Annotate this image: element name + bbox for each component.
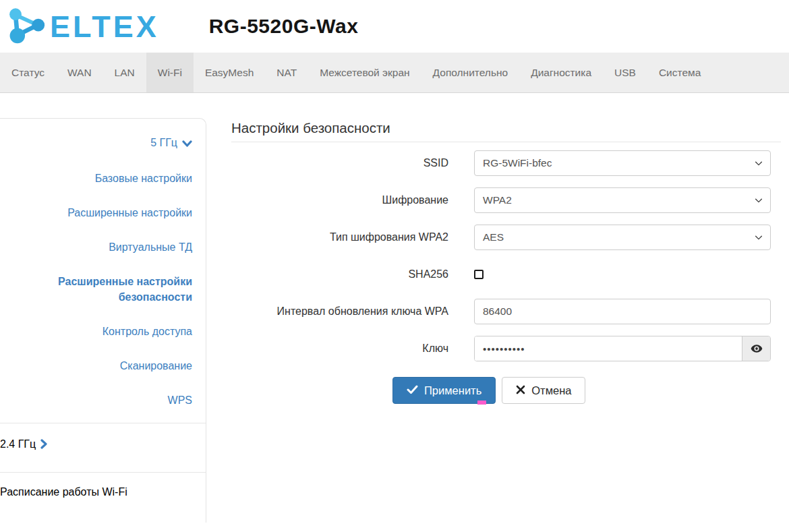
close-icon: [516, 384, 525, 397]
wpa2-cipher-select[interactable]: AES: [474, 225, 771, 250]
rekey-interval-input[interactable]: [474, 299, 771, 324]
top-navigation: Статус WAN LAN Wi-Fi EasyMesh NAT Межсет…: [0, 53, 789, 93]
form-row-wpa2-cipher: Тип шифрования WPA2 AES: [231, 225, 781, 250]
chevron-right-icon: [40, 439, 48, 452]
tab-wan[interactable]: WAN: [56, 53, 103, 92]
wpa2-cipher-label: Тип шифрования WPA2: [231, 231, 448, 243]
encryption-label: Шифрование: [231, 194, 448, 206]
tab-usb[interactable]: USB: [603, 53, 647, 92]
key-input-group: [474, 336, 771, 361]
select-chevron-icon: [754, 196, 763, 208]
tab-advanced[interactable]: Дополнительно: [421, 53, 520, 92]
form-row-sha256: SHA256: [231, 262, 781, 287]
tab-nat[interactable]: NAT: [265, 53, 308, 92]
select-chevron-icon: [754, 233, 763, 245]
form-row-key: Ключ: [231, 336, 781, 361]
ssid-label: SSID: [231, 157, 448, 169]
page-title: RG-5520G-Wax: [209, 15, 359, 38]
sidebar-item-advanced-security[interactable]: Расширенные настройки безопасности: [0, 264, 206, 314]
chevron-down-icon: [182, 136, 192, 152]
sidebar-item-access-control[interactable]: Контроль доступа: [0, 314, 206, 349]
key-label: Ключ: [231, 343, 448, 355]
sidebar-item-advanced-settings[interactable]: Расширенные настройки: [0, 196, 206, 230]
form-row-encryption: Шифрование WPA2: [231, 187, 781, 213]
ssid-select[interactable]: RG-5WiFi-bfec: [474, 150, 771, 176]
eltex-logo: ELTEX: [5, 6, 159, 47]
tab-easymesh[interactable]: EasyMesh: [194, 53, 265, 92]
form-row-rekey-interval: Интервал обновления ключа WPA: [231, 299, 781, 324]
tab-firewall[interactable]: Межсетевой экран: [308, 53, 421, 92]
eye-icon: [751, 344, 763, 353]
select-chevron-icon: [754, 158, 763, 171]
header: ELTEX RG-5520G-Wax: [0, 0, 789, 53]
show-password-button[interactable]: [742, 336, 770, 361]
tab-status[interactable]: Статус: [0, 53, 56, 92]
eltex-molecule-icon: [5, 6, 46, 47]
key-input[interactable]: [475, 336, 742, 361]
tab-lan[interactable]: LAN: [103, 53, 146, 92]
pink-marker: [477, 401, 486, 405]
tab-wifi[interactable]: Wi-Fi: [146, 53, 194, 92]
tab-diagnostics[interactable]: Диагностика: [519, 53, 603, 92]
sha256-checkbox[interactable]: [474, 270, 484, 279]
sidebar-item-24ghz[interactable]: 2.4 ГГц: [0, 423, 206, 467]
apply-button[interactable]: Применить: [392, 377, 496, 404]
main-panel: Настройки безопасности SSID RG-5WiFi-bfe…: [206, 93, 789, 523]
security-settings-form: SSID RG-5WiFi-bfec Шифрование WPA2: [231, 150, 781, 404]
tab-system[interactable]: Система: [647, 53, 712, 92]
encryption-select[interactable]: WPA2: [474, 187, 771, 213]
rekey-interval-label: Интервал обновления ключа WPA: [231, 305, 448, 318]
form-row-ssid: SSID RG-5WiFi-bfec: [231, 150, 781, 176]
sha256-label: SHA256: [231, 268, 448, 280]
check-icon: [407, 384, 418, 397]
brand-text: ELTEX: [50, 11, 159, 42]
sidebar-item-wps[interactable]: WPS: [0, 383, 206, 417]
cancel-button[interactable]: Отмена: [502, 377, 585, 404]
sidebar-item-scanning[interactable]: Сканирование: [0, 349, 206, 383]
sidebar-item-basic-settings[interactable]: Базовые настройки: [0, 161, 206, 196]
sidebar-item-wifi-schedule[interactable]: Расписание работы Wi-Fi: [0, 473, 206, 498]
sidebar-item-virtual-ap[interactable]: Виртуальные ТД: [0, 230, 206, 264]
form-actions: Применить Отмена: [392, 377, 781, 404]
section-title: Настройки безопасности: [231, 120, 781, 142]
wifi-sidebar: 5 ГГц Базовые настройки Расширенные наст…: [0, 118, 206, 523]
content-area: 5 ГГц Базовые настройки Расширенные наст…: [0, 93, 789, 523]
sidebar-item-5ghz[interactable]: 5 ГГц: [0, 125, 206, 161]
